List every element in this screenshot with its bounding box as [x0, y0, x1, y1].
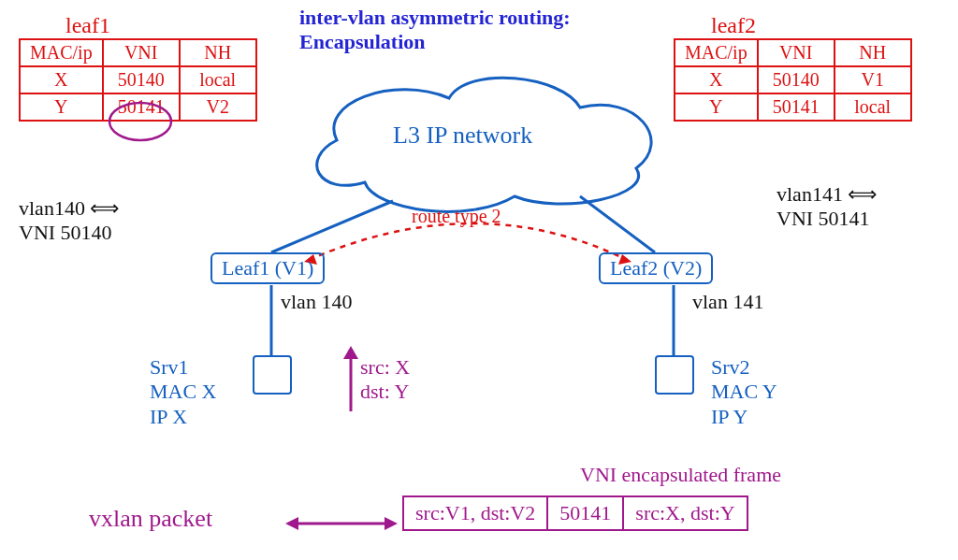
leaf2-r1c1: 50141: [758, 93, 835, 121]
note-left-2: VNI 50140: [19, 221, 120, 245]
srv2-line1: Srv2: [711, 355, 777, 380]
note-right-2: VNI 50141: [777, 207, 878, 231]
leaf1-box: Leaf1 (V1): [210, 252, 325, 284]
leaf1-h2: NH: [180, 39, 256, 66]
leaf1-r1c0: Y: [20, 93, 103, 121]
leaf1-table: MAC/ip VNI NH X 50140 local Y 50141 V2: [19, 38, 257, 122]
leaf1-h1: VNI: [103, 39, 180, 66]
pkt-vni: 50141: [547, 496, 623, 530]
pkt-outer: src:V1, dst:V2: [403, 496, 547, 530]
note-right-1: vlan141 ⟺: [777, 182, 878, 207]
cloud-label: L3 IP network: [393, 122, 532, 150]
leaf1-vlan: vlan 140: [281, 290, 352, 314]
leaf1-h0: MAC/ip: [20, 39, 103, 66]
leaf1-r0c1: 50140: [103, 66, 180, 93]
srv1-line1: Srv1: [150, 355, 217, 380]
page-title-line2: Encapsulation: [299, 30, 571, 54]
leaf1-r1c1: 50141: [103, 93, 180, 121]
leaf1-r0c0: X: [20, 66, 103, 93]
leaf1-r0c2: local: [180, 66, 256, 93]
route-type-label: route type 2: [412, 206, 501, 227]
srv1-icon: [253, 355, 292, 395]
srv1-line2: MAC X: [150, 380, 217, 404]
leaf1-r1c2: V2: [180, 93, 256, 121]
leaf2-r1c0: Y: [675, 93, 758, 121]
leaf2-box: Leaf2 (V2): [599, 252, 713, 284]
leaf2-h0: MAC/ip: [675, 39, 758, 66]
leaf2-r1c2: local: [835, 93, 911, 121]
srv1-line3: IP X: [150, 405, 217, 429]
leaf2-r0c0: X: [675, 66, 758, 93]
svg-line-0: [271, 201, 393, 252]
vxlan-label: vxlan packet: [89, 505, 212, 533]
leaf2-h2: NH: [835, 39, 911, 66]
vni-encap-label: VNI encapsulated frame: [580, 463, 781, 487]
leaf2-h1: VNI: [758, 39, 835, 66]
leaf2-caption: leaf2: [711, 13, 912, 38]
svg-line-1: [580, 196, 655, 252]
arrow-src: src: X: [360, 355, 410, 380]
leaf1-caption: leaf1: [65, 13, 257, 38]
vxlan-packet: src:V1, dst:V2 50141 src:X, dst:Y: [402, 495, 748, 531]
leaf2-r0c2: V1: [835, 66, 911, 93]
page-title-line1: inter-vlan asymmetric routing:: [299, 6, 571, 30]
note-left-1: vlan140 ⟺: [19, 196, 120, 221]
srv2-icon: [655, 355, 694, 395]
pkt-inner: src:X, dst:Y: [623, 496, 747, 530]
arrow-dst: dst: Y: [360, 380, 410, 404]
srv2-line3: IP Y: [711, 405, 777, 429]
leaf2-vlan: vlan 141: [692, 290, 763, 314]
srv2-line2: MAC Y: [711, 380, 777, 404]
leaf2-r0c1: 50140: [758, 66, 835, 93]
leaf2-table: MAC/ip VNI NH X 50140 V1 Y 50141 local: [674, 38, 912, 122]
